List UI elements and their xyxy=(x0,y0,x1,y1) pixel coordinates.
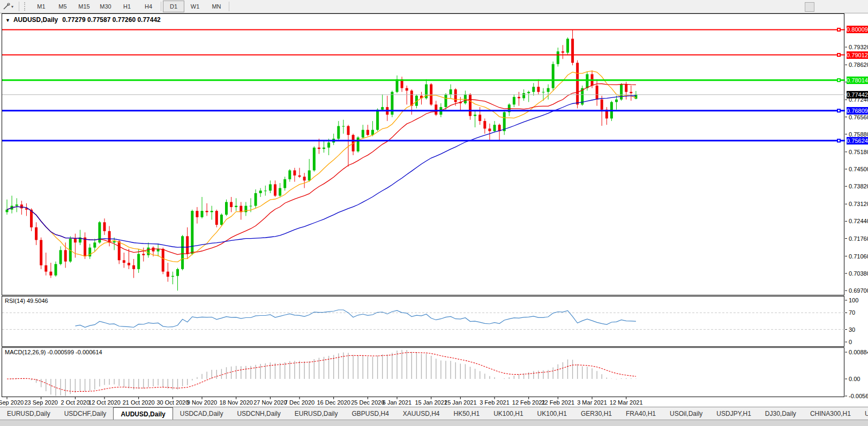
price-level-badge: 0.75624 xyxy=(847,137,868,144)
date-axis-tick: 23 Sep 2020 xyxy=(24,399,57,406)
date-axis-tick: 3 Mar 2021 xyxy=(577,399,607,406)
date-axis-tick: 18 Nov 2020 xyxy=(219,399,252,406)
macd-axis-tick: 0.00 xyxy=(849,376,860,382)
date-axis-tick: 3 Feb 2021 xyxy=(480,399,510,406)
ma-slow-line xyxy=(7,96,636,247)
current-price-badge: 0.77442 xyxy=(847,91,868,98)
date-axis-tick: 9 Nov 2020 xyxy=(187,399,217,406)
price-axis-tick: 0.73820 xyxy=(849,183,868,189)
date-axis-tick: 12 Feb 2021 xyxy=(512,399,545,406)
date-axis-tick: 25 Jan 2021 xyxy=(444,399,477,406)
price-axis-tick: 0.71760 xyxy=(849,235,868,242)
rsi-axis-tick: 0 xyxy=(849,339,852,345)
date-axis-tick: 22 Feb 2021 xyxy=(541,399,574,406)
price-axis-tick: 0.76560 xyxy=(849,114,868,120)
macd-histogram xyxy=(7,350,636,396)
price-axis-tick: 0.73120 xyxy=(849,201,868,207)
chart-ohlc-values: 0.77279 0.77587 0.77260 0.77442 xyxy=(62,16,161,24)
price-axis-tick: 0.69700 xyxy=(849,287,868,294)
chart-plot-overlay xyxy=(0,0,868,426)
date-axis-tick: 15 Jan 2021 xyxy=(415,399,447,406)
chart-title: ▼AUDUSD,Daily0.77279 0.77587 0.77260 0.7… xyxy=(5,16,161,24)
date-axis-tick: 12 Oct 2020 xyxy=(88,399,121,406)
date-axis-tick: 14 Sep 2020 xyxy=(0,399,24,406)
chart-title-caret-icon[interactable]: ▼ xyxy=(5,18,10,23)
price-axis-tick: 0.74500 xyxy=(849,166,868,172)
date-axis-tick: 27 Nov 2020 xyxy=(253,399,287,406)
price-axis-tick: 0.78620 xyxy=(849,62,868,68)
macd-axis-tick: 0.00884 xyxy=(849,349,868,355)
rsi-axis-tick: 70 xyxy=(849,309,855,316)
price-level-badge: 0.79012 xyxy=(847,51,868,59)
mt4-window: ▾ M1M5M15M30H1H4D1W1MN ▼AUDUSD,Daily0.77… xyxy=(0,0,868,426)
price-level-badge: 0.76809 xyxy=(847,107,868,115)
price-axis-tick: 0.71060 xyxy=(849,253,868,260)
chart-symbol-label: AUDUSD,Daily xyxy=(13,16,58,24)
price-axis-tick: 0.79320 xyxy=(849,44,868,50)
date-axis-tick: 25 Dec 2020 xyxy=(351,399,384,406)
ma-mid-line xyxy=(7,84,636,255)
rsi-label: RSI(14) 49.5046 xyxy=(5,298,48,304)
macd-axis-tick: -0.00565 xyxy=(849,393,868,399)
date-axis-tick: 16 Dec 2020 xyxy=(317,399,350,406)
macd-label: MACD(12,26,9) -0.000599 -0.000614 xyxy=(5,349,102,355)
price-axis-tick: 0.70380 xyxy=(849,270,868,277)
date-axis-tick: 6 Jan 2021 xyxy=(383,399,411,406)
price-axis-tick: 0.75180 xyxy=(849,149,868,155)
date-axis-tick: 2 Oct 2020 xyxy=(61,399,89,406)
rsi-axis-tick: 30 xyxy=(849,326,855,333)
date-axis-tick: 12 Mar 2021 xyxy=(610,399,643,406)
rsi-line xyxy=(75,310,636,328)
date-axis-tick: 30 Oct 2020 xyxy=(156,399,189,406)
macd-signal-line xyxy=(7,353,636,392)
date-axis-tick: 7 Dec 2020 xyxy=(285,399,315,406)
rsi-axis-tick: 100 xyxy=(849,297,858,303)
price-level-badge: 0.80009 xyxy=(847,26,868,33)
price-axis-tick: 0.72440 xyxy=(849,218,868,224)
ma-fast-line xyxy=(7,71,636,262)
date-axis-tick: 21 Oct 2020 xyxy=(123,399,155,406)
price-level-badge: 0.78014 xyxy=(847,77,868,84)
candles-group xyxy=(6,29,638,291)
